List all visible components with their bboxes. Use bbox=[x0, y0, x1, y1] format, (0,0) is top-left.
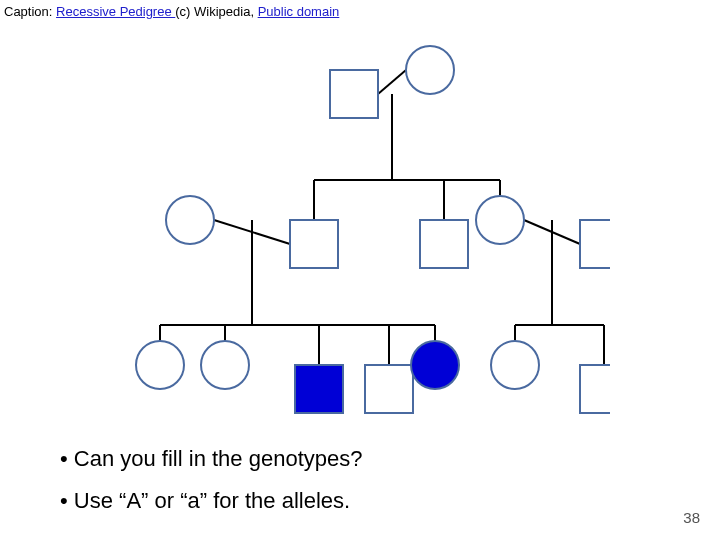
bullet-list: • Can you fill in the genotypes? • Use “… bbox=[60, 438, 362, 522]
pedigree-II-5 bbox=[580, 220, 610, 268]
pedigree-II-1 bbox=[166, 196, 214, 244]
pedigree-II-2 bbox=[290, 220, 338, 268]
pedigree-chart bbox=[130, 30, 610, 430]
bullet-1: • Can you fill in the genotypes? bbox=[60, 438, 362, 480]
pedigree-I-1 bbox=[330, 70, 378, 118]
slide: Caption: Recessive Pedigree (c) Wikipedi… bbox=[0, 0, 720, 540]
caption-line: Caption: Recessive Pedigree (c) Wikipedi… bbox=[4, 4, 339, 19]
pedigree-II-3 bbox=[420, 220, 468, 268]
pedigree-II-4 bbox=[476, 196, 524, 244]
pedigree-III-5 bbox=[411, 341, 459, 389]
pedigree-III-4 bbox=[365, 365, 413, 413]
caption-link-license[interactable]: Public domain bbox=[258, 4, 340, 19]
bullet-2: • Use “A” or “a” for the alleles. bbox=[60, 480, 362, 522]
caption-mid: (c) Wikipedia, bbox=[175, 4, 257, 19]
pedigree-III-6 bbox=[491, 341, 539, 389]
pedigree-svg bbox=[130, 30, 610, 430]
caption-prefix: Caption: bbox=[4, 4, 56, 19]
svg-line-0 bbox=[378, 70, 406, 94]
pedigree-III-3 bbox=[295, 365, 343, 413]
pedigree-III-7 bbox=[580, 365, 610, 413]
pedigree-III-1 bbox=[136, 341, 184, 389]
pedigree-I-2 bbox=[406, 46, 454, 94]
caption-link-source[interactable]: Recessive Pedigree bbox=[56, 4, 175, 19]
pedigree-III-2 bbox=[201, 341, 249, 389]
page-number: 38 bbox=[683, 509, 700, 526]
